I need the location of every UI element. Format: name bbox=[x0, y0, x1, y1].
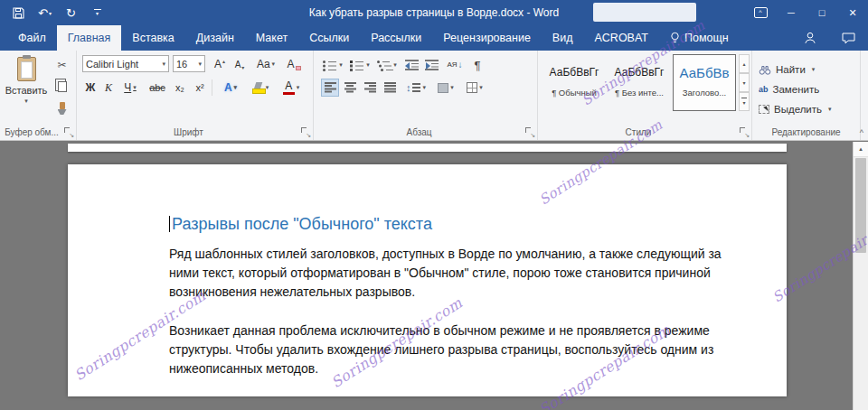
scroll-up-button[interactable]: ▴ bbox=[854, 142, 868, 157]
font-separator bbox=[212, 79, 212, 96]
paragraph-group-label: Абзац bbox=[316, 127, 523, 137]
tabbar-right bbox=[804, 25, 868, 51]
underline-button[interactable]: Ч▾ bbox=[118, 79, 142, 97]
ribbon-display-options-button[interactable]: ^ bbox=[745, 0, 776, 25]
change-case-button[interactable]: Aa▾ bbox=[252, 55, 279, 73]
multilevel-list-button[interactable]: ▾ bbox=[375, 56, 399, 74]
tab-mailings[interactable]: Рассылки bbox=[360, 25, 432, 51]
styles-scroll-down-button[interactable]: ▾ bbox=[739, 73, 750, 92]
text-effects-button[interactable]: А▾ bbox=[218, 79, 243, 97]
launcher-arrow-icon: ↘ bbox=[306, 132, 311, 138]
grow-font-button[interactable]: А▴ bbox=[211, 55, 229, 73]
bold-button[interactable]: Ж bbox=[82, 79, 99, 97]
align-right-icon bbox=[364, 82, 376, 93]
line-spacing-caret-icon: ▾ bbox=[422, 84, 426, 91]
font-dialog-launcher[interactable]: ↘ bbox=[300, 126, 311, 137]
font-color-button[interactable]: А ▾ bbox=[278, 79, 305, 97]
sort-arrow-icon: ↓ bbox=[458, 61, 463, 69]
share-comment-button[interactable] bbox=[842, 33, 855, 44]
tab-references[interactable]: Ссылки bbox=[298, 25, 360, 51]
style-name: ¶ Без инте... bbox=[615, 88, 664, 98]
copy-button[interactable] bbox=[52, 78, 72, 96]
vertical-scrollbar[interactable]: ▴ bbox=[853, 142, 868, 410]
sort-button[interactable]: АЯ ↓ bbox=[444, 56, 466, 74]
tab-tell-me[interactable]: Помощн bbox=[659, 25, 740, 51]
select-button[interactable]: Выделить ▾ bbox=[759, 100, 832, 117]
window-controls: ^ ─ □ ✕ bbox=[745, 0, 868, 25]
bullets-icon bbox=[323, 60, 337, 71]
style-heading-selected[interactable]: АаБбВв Заголово... bbox=[673, 54, 736, 111]
sign-in-button[interactable] bbox=[804, 32, 816, 44]
numbering-caret-icon: ▾ bbox=[366, 61, 370, 69]
borders-caret-icon: ▾ bbox=[479, 84, 483, 91]
font-color-caret-icon: ▾ bbox=[297, 84, 300, 91]
tab-layout[interactable]: Макет bbox=[245, 25, 298, 51]
shading-button[interactable]: ▾ bbox=[433, 79, 458, 97]
superscript-letters: x² bbox=[195, 82, 203, 93]
font-group-label: Шрифт bbox=[79, 127, 298, 137]
styles-scroll-up-button[interactable]: ▴ bbox=[739, 54, 750, 73]
highlight-color-button[interactable]: ▾ bbox=[247, 79, 274, 97]
tab-insert[interactable]: Вставка bbox=[121, 25, 184, 51]
clear-formatting-button[interactable]: А bbox=[283, 55, 305, 73]
tab-design[interactable]: Дизайн bbox=[185, 25, 245, 51]
align-right-button[interactable] bbox=[361, 79, 379, 97]
decrease-indent-button[interactable] bbox=[402, 56, 420, 74]
bullets-button[interactable]: ▾ bbox=[321, 56, 344, 74]
justify-icon bbox=[384, 82, 396, 93]
show-marks-button[interactable]: ¶ bbox=[469, 56, 486, 74]
collapse-ribbon-button[interactable]: ^ bbox=[860, 128, 863, 137]
subscript-button[interactable]: x₂ bbox=[171, 79, 189, 97]
text-cursor bbox=[169, 216, 170, 232]
scrollbar-thumb[interactable] bbox=[855, 158, 866, 253]
document-paragraph: Ряд шаблонных стилей заголовков, доступн… bbox=[169, 245, 731, 302]
align-left-button[interactable] bbox=[321, 79, 339, 97]
minimize-button[interactable]: ─ bbox=[776, 0, 807, 25]
style-no-spacing[interactable]: АаБбВвГг ¶ Без инте... bbox=[608, 54, 671, 111]
find-button[interactable]: Найти ▾ bbox=[759, 61, 815, 78]
paragraph-dialog-launcher[interactable]: ↘ bbox=[524, 126, 535, 137]
style-normal[interactable]: АаБбВвГг ¶ Обычный bbox=[542, 54, 606, 111]
underline-letter: Ч bbox=[124, 81, 131, 94]
sort-letters: АЯ bbox=[447, 61, 457, 69]
clipboard-dialog-launcher[interactable]: ↘ bbox=[63, 126, 74, 137]
cut-button[interactable]: ✂ bbox=[52, 56, 72, 74]
style-name: ¶ Обычный bbox=[552, 88, 597, 98]
italic-button[interactable]: К bbox=[100, 79, 117, 97]
word-window: ↶ ▾ ↻ ▾ Как убрать разрыв страницы в Вор… bbox=[0, 0, 868, 410]
close-button[interactable]: ✕ bbox=[837, 0, 868, 25]
shrink-font-button[interactable]: А▾ bbox=[231, 55, 249, 73]
tab-view[interactable]: Вид bbox=[542, 25, 584, 51]
decrease-indent-icon bbox=[405, 60, 419, 70]
superscript-button[interactable]: x² bbox=[191, 79, 209, 97]
tab-home[interactable]: Главная bbox=[57, 25, 122, 51]
styles-more-button[interactable]: ▾ bbox=[739, 92, 750, 111]
format-painter-button[interactable] bbox=[52, 99, 72, 117]
paste-button[interactable]: Вставить ▾ bbox=[3, 54, 50, 123]
replace-label: Заменить bbox=[773, 84, 820, 95]
replace-button[interactable]: ab Заменить bbox=[759, 80, 819, 98]
borders-icon bbox=[467, 82, 477, 93]
redaction-overlay bbox=[593, 3, 696, 22]
tab-acrobat[interactable]: ACROBAT bbox=[583, 25, 659, 51]
tab-file[interactable]: Файл bbox=[7, 25, 57, 51]
justify-button[interactable] bbox=[381, 79, 399, 97]
borders-button[interactable]: ▾ bbox=[462, 79, 487, 97]
clipboard-group: Вставить ▾ ✂ Буфер обм... ↘ bbox=[0, 51, 77, 140]
tab-review[interactable]: Рецензирование bbox=[432, 25, 542, 51]
maximize-button[interactable]: □ bbox=[807, 0, 837, 25]
align-center-button[interactable] bbox=[341, 79, 359, 97]
document-page[interactable]: Разрывы после "Обычного" текста Ряд шабл… bbox=[68, 164, 787, 396]
font-family-combo[interactable]: Calibri Light ▾ bbox=[82, 55, 169, 72]
minimize-icon: ─ bbox=[788, 7, 795, 18]
font-size-combo[interactable]: 16 ▾ bbox=[173, 55, 205, 72]
line-spacing-button[interactable]: ↕ ▾ bbox=[402, 79, 429, 97]
increase-indent-button[interactable] bbox=[422, 56, 440, 74]
strikethrough-button[interactable]: abc bbox=[146, 79, 169, 97]
numbering-button[interactable]: ▾ bbox=[348, 56, 372, 74]
align-center-icon bbox=[344, 82, 356, 93]
style-sample: АаБбВв bbox=[680, 66, 730, 79]
multilevel-list-icon bbox=[377, 60, 392, 71]
styles-dialog-launcher[interactable]: ↘ bbox=[739, 126, 750, 137]
text-effects-letter: А bbox=[224, 81, 232, 94]
